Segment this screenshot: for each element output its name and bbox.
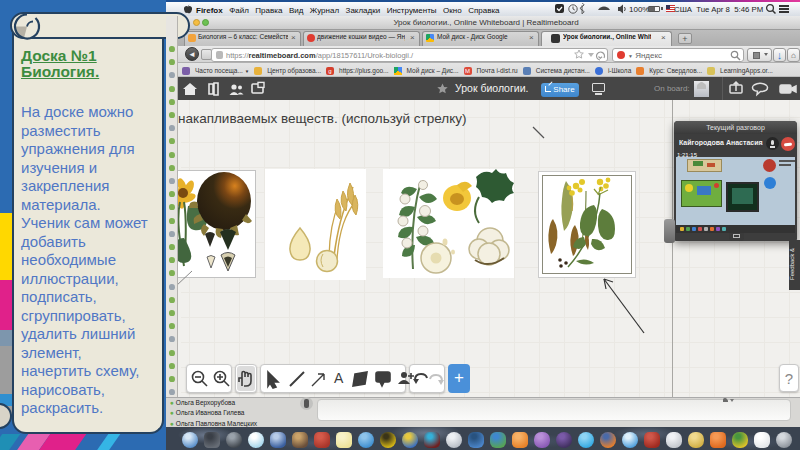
svg-text:A: A bbox=[334, 370, 344, 386]
